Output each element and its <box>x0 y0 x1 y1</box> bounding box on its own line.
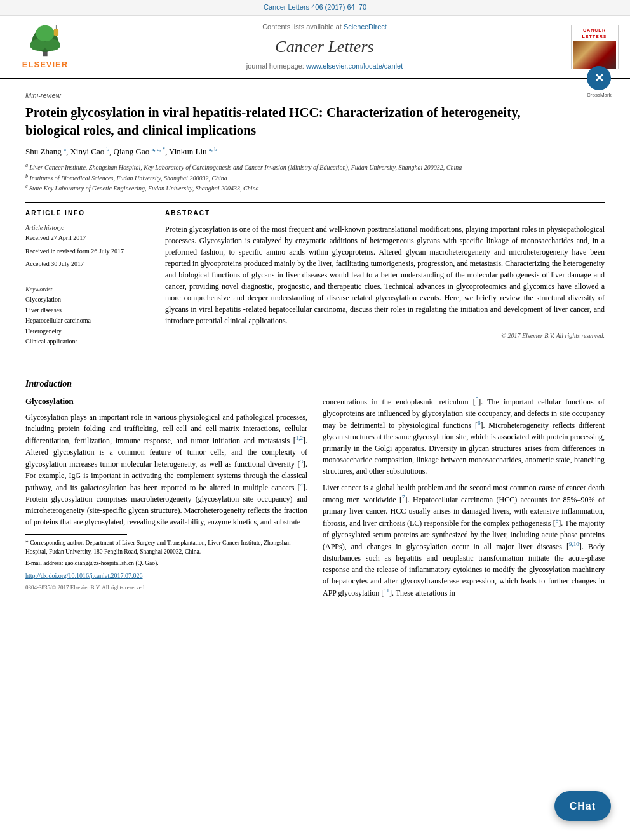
science-direct-link[interactable]: ScienceDirect <box>344 23 387 30</box>
accepted-date: Accepted 30 July 2017 <box>25 260 142 269</box>
keyword-5: Clinical applications <box>25 337 142 347</box>
crossmark-label: CrossMark <box>587 91 611 99</box>
keywords-label: Keywords: <box>25 285 142 295</box>
crossmark-icon: ✕ <box>594 70 604 86</box>
affil-line-c: c State Key Laboratory of Genetic Engine… <box>25 183 605 193</box>
chat-button[interactable]: CHat <box>554 791 611 821</box>
elsevier-tree-icon <box>20 23 70 58</box>
keyword-3: Hepatocellular carcinoma <box>25 316 142 326</box>
body-para-2: concentrations in the endoplasmic reticu… <box>323 396 605 477</box>
article-history-label: Article history: <box>25 223 142 233</box>
title-row: ✕ CrossMark Protein glycosylation in vir… <box>25 104 605 139</box>
cancer-letters-logo: CANCER LETTERS <box>569 25 620 69</box>
issn-line: 0304-3835/© 2017 Elsevier B.V. All right… <box>25 583 307 592</box>
body-para-1: Glycosylation plays an important role in… <box>25 411 307 528</box>
cl-logo-image <box>573 41 616 69</box>
article-info-abstract-row: ARTICLE INFO Article history: Received 2… <box>25 209 605 347</box>
affil-b: b <box>107 146 110 152</box>
copyright-line: © 2017 Elsevier B.V. All rights reserved… <box>165 331 605 341</box>
affil-line-b: b Institutes of Biomedical Sciences, Fud… <box>25 173 605 183</box>
footnote-divider <box>25 534 127 535</box>
body-section: Introduction Glycosylation Glycosylation… <box>0 368 630 604</box>
svg-rect-5 <box>54 29 58 36</box>
footnote-email: E-mail address: gao.qiang@zs-hospital.sh… <box>25 559 307 568</box>
body-para-3: Liver cancer is a global health problem … <box>323 482 605 599</box>
affil-line-a: a Liver Cancer Institute, Zhongshan Hosp… <box>25 162 605 172</box>
science-direct-line: Contents lists available at ScienceDirec… <box>86 22 563 32</box>
journal-title: Cancer Letters <box>86 35 563 59</box>
body-left-col: Glycosylation Glycosylation plays an imp… <box>25 396 307 604</box>
abstract-text: Protein glycosylation is one of the most… <box>165 223 605 326</box>
svg-point-4 <box>36 25 54 41</box>
keyword-1: Glycosylation <box>25 295 142 305</box>
author-yinkun-liu: Yinkun Liu <box>169 147 207 156</box>
journal-citation-bar: Cancer Letters 406 (2017) 64–70 <box>0 0 630 16</box>
keyword-2: Liver diseases <box>25 306 142 316</box>
cl-logo-box: CANCER LETTERS <box>571 25 619 69</box>
article-info-heading: ARTICLE INFO <box>25 209 142 218</box>
affil-ac: a, c, * <box>151 146 165 152</box>
homepage-url[interactable]: www.elsevier.com/locate/canlet <box>306 62 403 70</box>
abstract-col: ABSTRACT Protein glycosylation is one of… <box>165 209 605 347</box>
body-two-col: Glycosylation Glycosylation plays an imp… <box>25 396 605 604</box>
author-xinyi-cao: Xinyi Cao <box>70 147 104 156</box>
body-right-col: concentrations in the endoplasmic reticu… <box>323 396 605 604</box>
footnote-corresponding: * Corresponding author. Department of Li… <box>25 538 307 557</box>
affiliations: a Liver Cancer Institute, Zhongshan Hosp… <box>25 162 605 193</box>
citation-text: Cancer Letters 406 (2017) 64–70 <box>264 3 366 11</box>
article-type-label: Mini-review <box>25 91 605 101</box>
homepage-line: journal homepage: www.elsevier.com/locat… <box>86 62 563 72</box>
divider-top <box>25 202 605 203</box>
abstract-heading: ABSTRACT <box>165 209 605 218</box>
cl-logo-text: CANCER LETTERS <box>573 27 616 40</box>
journal-header: ELSEVIER Contents lists available at Sci… <box>0 16 630 79</box>
authors-line: Shu Zhang a, Xinyi Cao b, Qiang Gao a, c… <box>25 145 605 158</box>
author-qiang-gao: Qiang Gao <box>114 147 150 156</box>
revised-date: Received in revised form 26 July 2017 <box>25 247 142 257</box>
article-main: Mini-review ✕ CrossMark Protein glycosyl… <box>0 79 630 354</box>
affil-ab: a, b <box>209 146 217 152</box>
doi-link[interactable]: http://dx.doi.org/10.1016/j.canlet.2017.… <box>25 571 307 581</box>
crossmark-badge: ✕ CrossMark <box>587 66 611 90</box>
received-date: Received 27 April 2017 <box>25 234 142 243</box>
journal-center-info: Contents lists available at ScienceDirec… <box>86 22 563 72</box>
affil-a: a <box>64 146 66 152</box>
author-shu-zhang: Shu Zhang <box>25 147 62 156</box>
keyword-4: Heterogeneity <box>25 327 142 337</box>
elsevier-logo: ELSEVIER <box>10 23 80 71</box>
divider-mid <box>25 361 605 361</box>
article-title: Protein glycosylation in viral hepatitis… <box>25 104 521 139</box>
elsevier-wordmark: ELSEVIER <box>22 59 68 71</box>
keywords-list: Glycosylation Liver diseases Hepatocellu… <box>25 295 142 347</box>
article-info-col: ARTICLE INFO Article history: Received 2… <box>25 209 152 347</box>
intro-subheading: Glycosylation <box>25 396 307 408</box>
intro-title: Introduction <box>25 378 605 390</box>
